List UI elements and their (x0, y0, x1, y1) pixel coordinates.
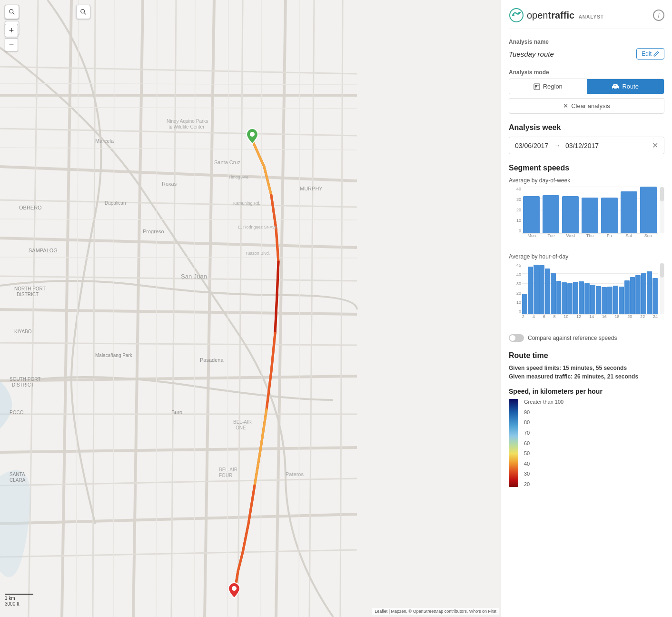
mode-buttons-group: Region Route (509, 79, 664, 94)
hod-x-labels: 2 4 6 8 10 12 14 16 18 20 22 24 (522, 314, 658, 325)
svg-text:Pateros: Pateros (286, 471, 304, 477)
speed-legend-gradient: Greater than 100 90 80 70 60 50 40 30 20 (509, 399, 664, 487)
bar-mon (523, 196, 540, 233)
zoom-out-btn[interactable]: − (5, 38, 18, 51)
speed-limits-label: Given speed limits: (509, 365, 561, 371)
bar-h21 (635, 275, 641, 314)
search-icon (9, 9, 15, 15)
svg-text:& Wildlife Center: & Wildlife Center (169, 124, 205, 129)
compare-toggle[interactable] (509, 334, 524, 342)
zoom-in-btn[interactable]: + (5, 24, 18, 37)
map-search-button[interactable] (5, 5, 19, 19)
svg-text:FOUR: FOUR (219, 473, 232, 478)
svg-text:DISTRICT: DISTRICT (17, 292, 39, 297)
svg-point-85 (613, 88, 614, 89)
analysis-name-value: Tuesday route (509, 50, 554, 58)
bar-tue (543, 195, 559, 233)
legend-label-1: 90 (524, 409, 563, 415)
compare-label: Compare against reference speeds (528, 335, 617, 341)
map-search-button-2[interactable] (76, 5, 90, 19)
edit-icon (653, 51, 659, 57)
svg-point-76 (513, 14, 514, 16)
svg-text:San Juan: San Juan (181, 273, 207, 280)
car-icon (612, 84, 619, 90)
bar-h2 (528, 267, 533, 314)
legend-labels: Greater than 100 90 80 70 60 50 40 30 20 (524, 399, 563, 487)
hod-chart: 45 40 30 20 10 0 (509, 263, 664, 325)
legend-label-4: 60 (524, 440, 563, 446)
svg-text:BEL-AIR: BEL-AIR (233, 419, 252, 425)
legend-label-7: 30 (524, 471, 563, 477)
clear-analysis-button[interactable]: ✕ Clear analysis (509, 98, 664, 114)
svg-text:ONE: ONE (236, 425, 246, 430)
bar-h14 (596, 286, 601, 314)
svg-point-75 (510, 9, 523, 22)
hod-y-axis: 45 40 30 20 10 0 (509, 263, 521, 314)
speed-legend-section: Speed, in kilometers per hour Greater th… (509, 388, 664, 487)
bar-h13 (590, 285, 595, 314)
legend-label-6: 40 (524, 461, 563, 467)
hod-chart-title: Average by hour-of-day (509, 253, 664, 260)
hod-bars (522, 263, 658, 314)
sidebar-panel: opentraffic ANALYST i Analysis name Tues… (501, 0, 672, 617)
gradient-bar (509, 399, 518, 487)
bar-h24 (652, 278, 658, 314)
region-icon (534, 83, 540, 90)
hod-scrollbar[interactable] (660, 263, 664, 314)
bar-sat (621, 191, 637, 233)
bar-h5 (545, 269, 550, 314)
dow-chart: 40 30 20 10 0 (509, 187, 664, 244)
svg-point-74 (232, 586, 237, 591)
route-mode-button[interactable]: Route (587, 79, 664, 94)
legend-label-5: 50 (524, 450, 563, 456)
svg-point-77 (518, 12, 520, 14)
bar-h8 (562, 282, 567, 314)
info-button[interactable]: i (653, 10, 664, 21)
brand-icon (509, 8, 524, 23)
bar-group-mon (522, 187, 541, 233)
end-pin (227, 582, 241, 601)
dow-scrollbar[interactable] (660, 187, 664, 233)
bar-h11 (579, 281, 584, 314)
bar-h18 (619, 287, 624, 314)
bar-group-tue (542, 187, 560, 233)
brand-text: opentraffic ANALYST (527, 10, 604, 21)
svg-text:SOUTH PORT: SOUTH PORT (10, 377, 40, 382)
speed-legend-title: Speed, in kilometers per hour (509, 388, 664, 395)
svg-rect-82 (537, 85, 539, 86)
svg-text:Dapalican: Dapalican (105, 200, 126, 206)
route-time-section: Route time Given speed limits: 15 minute… (509, 351, 664, 380)
analysis-week-section: Analysis week 03/06/2017 → 03/12/2017 ✕ (509, 123, 664, 154)
svg-text:Malacañang Park: Malacañang Park (95, 353, 133, 358)
svg-text:POCO: POCO (10, 410, 24, 415)
dow-chart-section: Average by day-of-week 40 30 20 10 0 (509, 177, 664, 244)
svg-text:NORTH PORT: NORTH PORT (14, 286, 46, 291)
region-mode-button[interactable]: Region (509, 79, 587, 94)
legend-label-0: Greater than 100 (524, 399, 563, 405)
sidebar-header: opentraffic ANALYST i (509, 8, 664, 29)
speed-limits-value: 15 minutes, 55 seconds (563, 365, 627, 371)
bar-thu (582, 198, 598, 233)
analysis-mode-section: Analysis mode Region Ro (509, 69, 664, 114)
svg-point-69 (10, 10, 13, 13)
date-clear-button[interactable]: ✕ (652, 141, 658, 150)
dow-bars (522, 187, 658, 233)
map-container[interactable]: OBRERO SAMPALOG NORTH PORT DISTRICT KIYA… (0, 0, 501, 617)
svg-text:OBRERO: OBRERO (19, 205, 42, 210)
svg-text:Pasadena: Pasadena (200, 357, 224, 363)
legend-label-3: 70 (524, 430, 563, 436)
dow-y-axis: 40 30 20 10 0 (509, 187, 521, 233)
brand-logo: opentraffic ANALYST (509, 8, 604, 23)
svg-text:KIYABO: KIYABO (14, 329, 32, 334)
edit-button[interactable]: Edit (636, 48, 664, 60)
bar-h19 (624, 280, 630, 314)
svg-point-86 (617, 88, 618, 89)
svg-text:BEL-AIR: BEL-AIR (219, 467, 237, 472)
bar-h3 (534, 265, 539, 314)
dow-x-labels: Mon Tue Wed Thu Fri Sat Sun (522, 233, 658, 244)
date-range-input[interactable]: 03/06/2017 → 03/12/2017 ✕ (509, 137, 664, 154)
bar-h20 (630, 277, 635, 314)
bar-h16 (607, 287, 613, 314)
svg-text:SANTA: SANTA (10, 472, 25, 477)
svg-line-72 (84, 13, 86, 15)
